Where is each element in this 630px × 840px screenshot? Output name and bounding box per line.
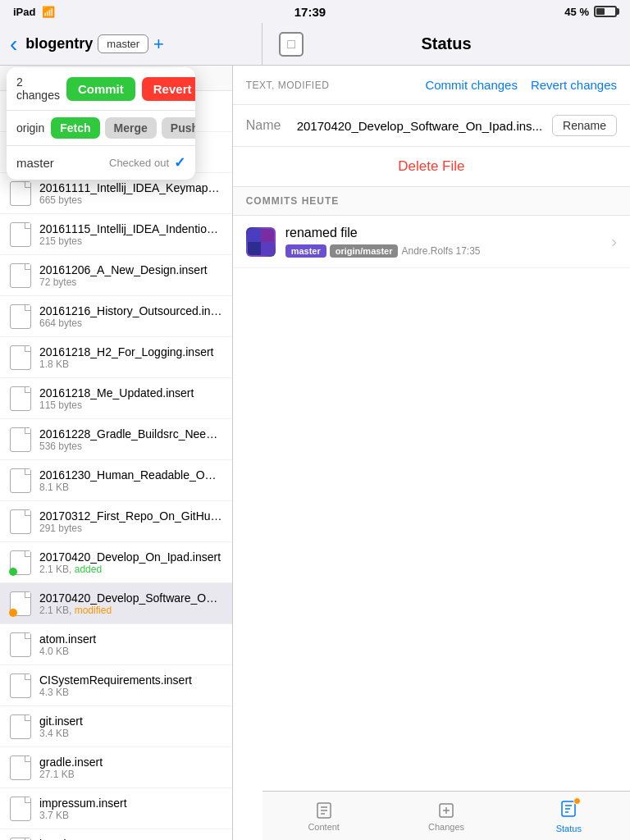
file-size: 1.8 KB: [39, 358, 222, 370]
file-item[interactable]: CISystemRequirements.insert 4.3 KB: [0, 665, 232, 706]
nav-title: blogentry: [25, 35, 93, 52]
file-icon: [10, 263, 31, 288]
file-name: 20161111_Intellij_IDEA_Keymap.insert: [39, 181, 222, 194]
file-name: 20170312_First_Repo_On_GitHub.insert: [39, 509, 222, 523]
file-name: CISystemRequirements.insert: [39, 673, 222, 687]
file-item[interactable]: 20161216_History_Outsourced.insert 664 b…: [0, 296, 232, 337]
battery-icon: [594, 6, 617, 17]
revert-changes-button[interactable]: Revert changes: [531, 78, 617, 92]
push-button[interactable]: Push: [162, 117, 195, 139]
file-item[interactable]: impressum.insert 3.7 KB: [0, 788, 232, 829]
file-info: 20161111_Intellij_IDEA_Keymap.insert 665…: [39, 181, 222, 206]
file-item[interactable]: 20161115_Intellij_IDEA_Indention_Tabs...…: [0, 214, 232, 255]
changes-tab-icon: [436, 801, 456, 820]
merge-button[interactable]: Merge: [105, 117, 157, 139]
file-info: java.insert 38.4 KB: [39, 838, 222, 841]
right-panel-title: Status: [421, 34, 471, 53]
file-info: 20161228_Gradle_Buildsrc_Needs_To_... 53…: [39, 427, 222, 452]
commit-title: renamed file: [285, 226, 612, 240]
status-tab-label: Status: [556, 824, 582, 833]
square-icon-button[interactable]: □: [279, 32, 304, 57]
commit-info: renamed file master origin/master Andre.…: [285, 226, 612, 258]
status-bar-time: 17:39: [294, 5, 326, 19]
file-size: 8.1 KB: [39, 482, 222, 493]
file-item[interactable]: gradle.insert 27.1 KB: [0, 747, 232, 788]
file-info: atom.insert 4.0 KB: [39, 632, 222, 657]
file-info: 20161218_Me_Updated.insert 115 bytes: [39, 386, 222, 411]
file-item[interactable]: git.insert 3.4 KB: [0, 706, 232, 747]
rename-button[interactable]: Rename: [552, 115, 617, 136]
changes-count-label: 2 changes: [16, 75, 60, 102]
commit-tags: master origin/master Andre.Rolfs 17:35: [285, 244, 612, 258]
file-size: 664 bytes: [39, 317, 222, 329]
file-item[interactable]: java.insert 38.4 KB: [0, 829, 232, 840]
file-name: impressum.insert: [39, 797, 222, 810]
file-icon: [10, 797, 31, 821]
file-icon: [10, 427, 31, 452]
file-size: 291 bytes: [39, 523, 222, 534]
file-item[interactable]: 20161228_Gradle_Buildsrc_Needs_To_... 53…: [0, 419, 232, 460]
modified-dot: [9, 609, 17, 617]
tab-bar: Content Changes: [262, 791, 630, 840]
tag-origin-master: origin/master: [330, 244, 399, 258]
checked-out-label: Checked out: [109, 157, 169, 169]
file-size: 3.7 KB: [39, 810, 222, 821]
file-size: 665 bytes: [39, 194, 222, 206]
revert-dropdown-button[interactable]: Revert: [142, 77, 195, 101]
file-name: 20170420_Develop_Software_On_Ipad...: [39, 591, 222, 605]
file-item[interactable]: 20161218_Me_Updated.insert 115 bytes: [0, 378, 232, 419]
file-name: 20161206_A_New_Design.insert: [39, 263, 222, 276]
file-type-label: TEXT, MODIFIED: [246, 80, 330, 91]
dropdown-row-1: 2 changes Commit Revert: [7, 67, 195, 111]
status-tab-badge: [573, 797, 581, 805]
content-tab-label: Content: [308, 822, 340, 832]
tab-status[interactable]: Status: [508, 792, 630, 840]
file-info: 20161216_History_Outsourced.insert 664 b…: [39, 304, 222, 329]
file-size: 536 bytes: [39, 441, 222, 452]
file-icon-added: [10, 550, 31, 575]
commit-changes-button[interactable]: Commit changes: [425, 78, 518, 92]
file-info: 20170420_Develop_On_Ipad.insert 2.1 KB, …: [39, 550, 222, 575]
tab-content[interactable]: Content: [262, 792, 385, 840]
file-size: 72 bytes: [39, 276, 222, 288]
branch-button[interactable]: master: [98, 34, 148, 53]
right-top-bar: TEXT, MODIFIED Commit changes Revert cha…: [233, 66, 630, 105]
file-icon: [10, 838, 31, 841]
checkmark-icon: ✓: [174, 154, 185, 171]
fetch-button[interactable]: Fetch: [51, 117, 99, 139]
changes-tab-label: Changes: [428, 822, 464, 832]
tab-changes[interactable]: Changes: [385, 792, 507, 840]
file-item[interactable]: 20161218_H2_For_Logging.insert 1.8 KB: [0, 337, 232, 378]
commit-dropdown-button[interactable]: Commit: [66, 77, 135, 101]
file-item-added[interactable]: 20170420_Develop_On_Ipad.insert 2.1 KB, …: [0, 542, 232, 583]
name-label: Name: [246, 118, 287, 133]
file-name: 20161218_H2_For_Logging.insert: [39, 345, 222, 358]
file-name: 20161115_Intellij_IDEA_Indention_Tabs...: [39, 222, 222, 235]
file-item-modified-selected[interactable]: 20170420_Develop_Software_On_Ipad... 2.1…: [0, 583, 232, 624]
file-item[interactable]: atom.insert 4.0 KB: [0, 624, 232, 665]
file-name: gradle.insert: [39, 756, 222, 769]
tag-master: master: [285, 244, 326, 258]
file-item[interactable]: 20161230_Human_Readable_Object_E... 8.1 …: [0, 460, 232, 501]
back-button[interactable]: ‹: [7, 33, 21, 56]
file-name: 20170420_Develop_On_Ipad.insert: [39, 550, 222, 564]
commits-section: COMMITS HEUTE renamed file master: [233, 187, 630, 791]
file-icon: [10, 222, 31, 247]
file-icon: [10, 756, 31, 780]
file-size: 4.3 KB: [39, 687, 222, 698]
file-size: 4.0 KB: [39, 646, 222, 657]
file-item[interactable]: 20161206_A_New_Design.insert 72 bytes: [0, 255, 232, 296]
status-bar: iPad 📶 17:39 45 %: [0, 0, 630, 23]
dropdown-panel: 2 changes Commit Revert origin Fetch Mer…: [7, 67, 195, 180]
file-item[interactable]: 20170312_First_Repo_On_GitHub.insert 291…: [0, 501, 232, 542]
add-button[interactable]: +: [153, 35, 164, 53]
file-size: 27.1 KB: [39, 769, 222, 780]
commit-item[interactable]: renamed file master origin/master Andre.…: [233, 216, 630, 268]
name-row: Name 20170420_Develop_Software_On_Ipad.i…: [233, 105, 630, 147]
origin-label: origin: [16, 121, 44, 135]
file-size: 3.4 KB: [39, 728, 222, 739]
file-size: 115 bytes: [39, 399, 222, 411]
file-info: 20161218_H2_For_Logging.insert 1.8 KB: [39, 345, 222, 370]
file-icon: [10, 509, 31, 534]
delete-file-button[interactable]: Delete File: [398, 158, 464, 175]
